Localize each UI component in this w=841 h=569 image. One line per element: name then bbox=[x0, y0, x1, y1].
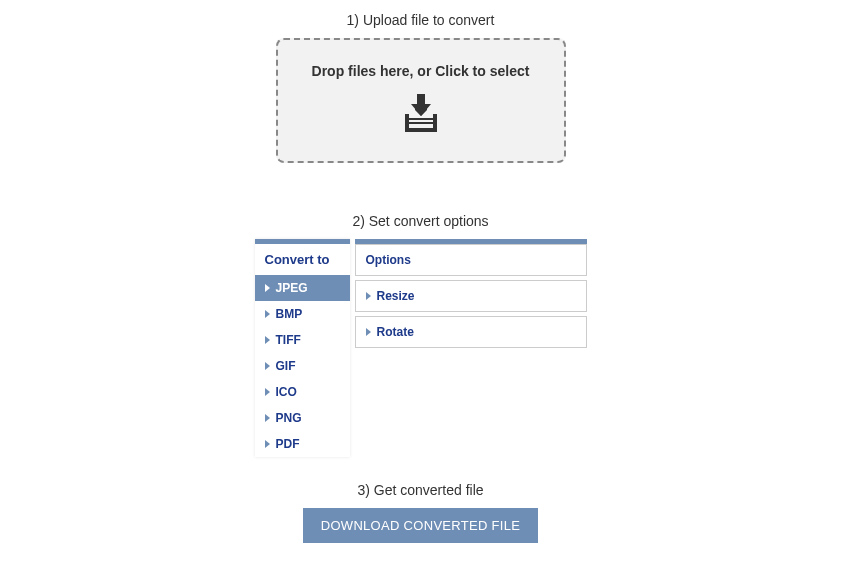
format-item-gif[interactable]: GIF bbox=[255, 353, 350, 379]
triangle-right-icon bbox=[265, 388, 270, 396]
formats-panel: Convert to JPEG BMP TIFF GIF ICO bbox=[255, 239, 350, 457]
format-label: TIFF bbox=[276, 333, 301, 347]
dropzone-text: Drop files here, or Click to select bbox=[312, 63, 530, 79]
triangle-right-icon bbox=[265, 362, 270, 370]
triangle-right-icon bbox=[366, 328, 371, 336]
option-rotate[interactable]: Rotate bbox=[355, 316, 587, 348]
svg-rect-2 bbox=[407, 122, 435, 124]
triangle-right-icon bbox=[366, 292, 371, 300]
download-tray-icon bbox=[397, 94, 445, 138]
options-area: Convert to JPEG BMP TIFF GIF ICO bbox=[255, 239, 587, 457]
format-item-ico[interactable]: ICO bbox=[255, 379, 350, 405]
format-label: GIF bbox=[276, 359, 296, 373]
format-label: BMP bbox=[276, 307, 303, 321]
triangle-right-icon bbox=[265, 414, 270, 422]
triangle-right-icon bbox=[265, 284, 270, 292]
svg-rect-1 bbox=[407, 118, 435, 120]
file-dropzone[interactable]: Drop files here, or Click to select bbox=[276, 38, 566, 163]
triangle-right-icon bbox=[265, 336, 270, 344]
format-item-tiff[interactable]: TIFF bbox=[255, 327, 350, 353]
download-button[interactable]: DOWNLOAD CONVERTED FILE bbox=[303, 508, 539, 543]
options-title: Options bbox=[366, 253, 411, 267]
step1-title: 1) Upload file to convert bbox=[347, 12, 495, 28]
step2-title: 2) Set convert options bbox=[352, 213, 488, 229]
format-item-jpeg[interactable]: JPEG bbox=[255, 275, 350, 301]
format-item-pdf[interactable]: PDF bbox=[255, 431, 350, 457]
format-label: PNG bbox=[276, 411, 302, 425]
option-resize[interactable]: Resize bbox=[355, 280, 587, 312]
triangle-right-icon bbox=[265, 310, 270, 318]
formats-title: Convert to bbox=[255, 244, 350, 275]
option-label: Resize bbox=[377, 289, 415, 303]
triangle-right-icon bbox=[265, 440, 270, 448]
option-label: Rotate bbox=[377, 325, 414, 339]
format-label: ICO bbox=[276, 385, 297, 399]
format-label: PDF bbox=[276, 437, 300, 451]
options-title-row: Options bbox=[355, 244, 587, 276]
format-label: JPEG bbox=[276, 281, 308, 295]
format-item-bmp[interactable]: BMP bbox=[255, 301, 350, 327]
format-item-png[interactable]: PNG bbox=[255, 405, 350, 431]
options-panel: Options Resize Rotate bbox=[355, 239, 587, 457]
svg-marker-0 bbox=[411, 94, 431, 116]
step3-title: 3) Get converted file bbox=[357, 482, 483, 498]
